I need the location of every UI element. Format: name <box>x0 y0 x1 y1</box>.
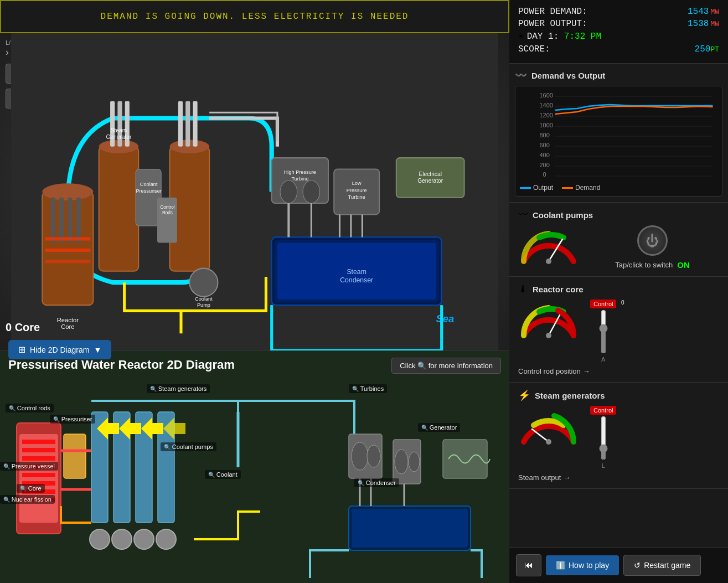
svg-rect-6 <box>76 198 81 243</box>
coolant-gauge-svg <box>518 225 579 267</box>
steam-slider-area: Control L <box>590 406 616 469</box>
svg-text:Pressuriser: Pressuriser <box>136 188 161 194</box>
reactor-slider-letter: A <box>601 356 605 363</box>
chevron-down-icon: ▼ <box>94 345 101 354</box>
svg-point-85 <box>352 442 368 470</box>
svg-rect-1 <box>42 192 93 306</box>
score-value: 250 <box>695 44 711 54</box>
condenser-label[interactable]: Condenser <box>354 478 399 487</box>
how-to-play-button[interactable]: ℹ️ How to play <box>546 555 619 575</box>
svg-point-86 <box>367 445 380 467</box>
coolant-header: 〰 Coolant pumps <box>518 209 719 221</box>
reactor-gauge <box>518 300 579 344</box>
thermometer-icon: 🌡 <box>518 283 528 295</box>
time-row: ☀️ DAY 1: 7:32 PM <box>518 31 719 42</box>
time-value: 7:32 PM <box>564 32 601 42</box>
rod-position-row: Control rod position → <box>518 367 719 375</box>
pressuriser-label[interactable]: Pressuriser <box>50 415 95 424</box>
svg-rect-8 <box>45 249 90 252</box>
nav-back-button[interactable]: ⏮ <box>516 554 541 576</box>
power-output-unit: MW <box>710 20 719 28</box>
diagram-info-button[interactable]: Click 🔍 for more information <box>391 358 501 374</box>
svg-point-87 <box>395 450 408 474</box>
pressure-vessel-label[interactable]: Pressure vessel <box>0 462 58 471</box>
svg-rect-91 <box>352 509 468 548</box>
generator-label[interactable]: Generator <box>418 423 460 432</box>
svg-rect-9 <box>45 260 90 263</box>
sun-icon: ☀️ <box>518 31 524 42</box>
svg-text:Coolant: Coolant <box>195 296 213 302</box>
lightning-icon: ⚡ <box>518 389 530 401</box>
demand-legend-color <box>562 187 573 189</box>
coolant-controls: ⏻ Tap/click to switch ON <box>586 225 719 270</box>
svg-text:Sea: Sea <box>436 313 454 324</box>
reactor-control-number: 0 <box>621 300 624 306</box>
coolant-gauge-row: ⏻ Tap/click to switch ON <box>518 225 719 270</box>
svg-point-30 <box>189 269 218 297</box>
steam-generators-label[interactable]: Steam generators <box>147 384 210 393</box>
svg-point-79 <box>112 529 132 549</box>
svg-line-118 <box>532 429 549 442</box>
rod-position-label: Control rod position <box>518 367 581 375</box>
chart-title: Demand vs Output <box>531 71 605 80</box>
svg-text:Turbine: Turbine <box>348 194 365 200</box>
control-rods-label[interactable]: Control rods <box>6 404 54 412</box>
steam-ctrl-group: Control L <box>590 406 616 469</box>
plant-illustration: L/R › + − <box>0 33 509 350</box>
reactor-core-section: 🌡 Reactor core <box>509 277 728 383</box>
svg-rect-61 <box>22 440 55 444</box>
svg-text:Core: Core <box>61 323 74 330</box>
reactor-gauge-svg <box>518 300 579 341</box>
turbines-label[interactable]: Turbines <box>349 384 387 393</box>
reactor-slider-area: Control 0 A <box>590 300 616 363</box>
svg-text:Coolant: Coolant <box>140 182 158 187</box>
2d-diagram-svg <box>0 379 509 578</box>
coolant-label[interactable]: Coolant <box>205 470 241 479</box>
nuclear-fission-label[interactable]: Nuclear fission <box>0 495 55 504</box>
diagram-area: Pressurised Water Reactor 2D Diagram Cli… <box>0 351 509 583</box>
steam-output-slider[interactable] <box>597 416 610 460</box>
chart-section: 〰️ Demand vs Output 1600 1400 1200 1000 … <box>509 64 728 203</box>
day-label: DAY 1: <box>527 32 559 42</box>
svg-text:400: 400 <box>540 152 550 158</box>
svg-point-119 <box>546 439 551 445</box>
reactor-title: Reactor core <box>533 285 584 294</box>
switch-text: Tap/click to switch <box>615 261 673 269</box>
stats-section: POWER DEMAND: 1543 MW POWER OUTPUT: 1538… <box>509 0 728 64</box>
chart-header: 〰️ Demand vs Output <box>515 69 722 81</box>
bottom-buttons: ⏮ ℹ️ How to play ↺ Restart game <box>509 547 728 583</box>
svg-text:Pump: Pump <box>197 302 210 308</box>
core-counter: 0 Core <box>6 321 40 334</box>
chart-container: 1600 1400 1200 1000 800 600 400 200 0 <box>515 86 722 197</box>
coolant-gauge <box>518 225 579 270</box>
restart-game-button[interactable]: ↺ Restart game <box>623 555 701 576</box>
svg-point-80 <box>134 529 154 549</box>
coolant-pumps-label[interactable]: Coolant pumps <box>161 442 216 451</box>
reactor-gauge-row: Control 0 A <box>518 300 719 363</box>
svg-text:Pressure: Pressure <box>347 188 367 193</box>
hide-diagram-button[interactable]: ⊞ Hide 2D Diagram ▼ <box>8 340 111 359</box>
steam-gauge-svg <box>518 406 579 447</box>
chart-legend: Output Demand <box>520 184 717 192</box>
svg-rect-69 <box>64 434 86 478</box>
reactor-header: 🌡 Reactor core <box>518 283 719 295</box>
svg-rect-65 <box>22 473 55 477</box>
waves-icon: 〰 <box>518 209 528 221</box>
svg-text:Rods: Rods <box>162 210 173 215</box>
svg-text:Low: Low <box>352 180 362 186</box>
demand-output-chart: 1600 1400 1200 1000 800 600 400 200 0 <box>520 91 717 179</box>
reactor-rod-slider[interactable] <box>597 309 610 354</box>
output-legend-label: Output <box>533 184 553 192</box>
svg-text:High Pressure: High Pressure <box>284 169 316 175</box>
reactor-ctrl-group: Control 0 A <box>590 300 616 363</box>
coolant-power-button[interactable]: ⏻ <box>637 225 668 256</box>
chart-icon: 〰️ <box>515 69 527 81</box>
steam-slider-letter: L <box>602 462 605 469</box>
main-view: L/R › + − <box>0 33 509 350</box>
svg-rect-12 <box>99 147 139 271</box>
svg-text:Condenser: Condenser <box>340 276 373 284</box>
ticker-bar: DEMAND IS GOING DOWN. LESS ELECTRICITY I… <box>0 0 509 33</box>
core-label[interactable]: Core <box>17 484 45 493</box>
svg-text:600: 600 <box>540 142 550 148</box>
demand-legend: Demand <box>562 184 600 192</box>
